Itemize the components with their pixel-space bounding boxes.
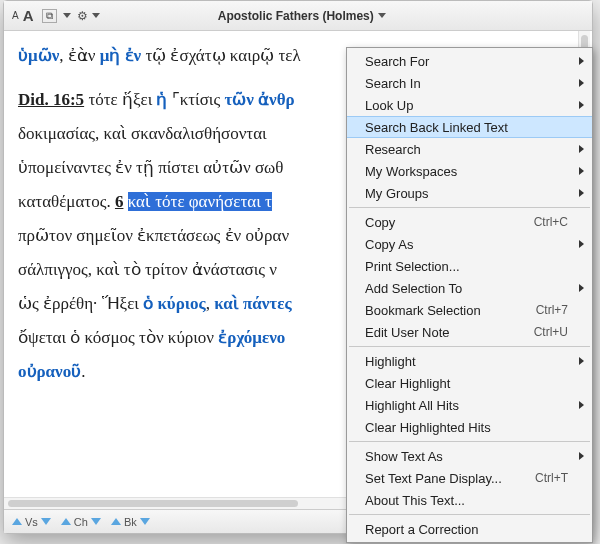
menu-item-label: Show Text As: [365, 449, 443, 464]
submenu-arrow-icon: [579, 452, 584, 460]
menu-item-label: My Groups: [365, 186, 429, 201]
chevron-down-icon: [63, 13, 71, 18]
menu-item[interactable]: Research: [347, 138, 592, 160]
menu-item[interactable]: Edit User NoteCtrl+U: [347, 321, 592, 343]
menu-item[interactable]: Print Selection...: [347, 255, 592, 277]
menu-separator: [349, 441, 590, 442]
menu-item[interactable]: My Groups: [347, 182, 592, 204]
nav-label: Vs: [25, 516, 38, 528]
menu-shortcut: Ctrl+U: [534, 325, 568, 339]
menu-item-label: Add Selection To: [365, 281, 462, 296]
menu-item-label: Bookmark Selection: [365, 303, 481, 318]
gear-icon[interactable]: [77, 9, 88, 23]
menu-item[interactable]: Highlight All Hits: [347, 394, 592, 416]
menu-item[interactable]: My Workspaces: [347, 160, 592, 182]
nav-label: Bk: [124, 516, 137, 528]
next-verse-button[interactable]: [41, 518, 51, 525]
menu-shortcut: Ctrl+T: [535, 471, 568, 485]
next-chapter-button[interactable]: [91, 518, 101, 525]
submenu-arrow-icon: [579, 284, 584, 292]
menu-item-label: About This Text...: [365, 493, 465, 508]
menu-item-label: Search In: [365, 76, 421, 91]
menu-item[interactable]: CopyCtrl+C: [347, 211, 592, 233]
menu-item[interactable]: Clear Highlight: [347, 372, 592, 394]
menu-item-label: Print Selection...: [365, 259, 460, 274]
scrollbar-thumb[interactable]: [8, 500, 298, 507]
menu-item-label: Search Back Linked Text: [365, 120, 508, 135]
menu-item-label: Clear Highlight: [365, 376, 450, 391]
paragraph-options-button[interactable]: ⧉: [42, 9, 57, 23]
submenu-arrow-icon: [579, 167, 584, 175]
chevron-down-icon: [92, 13, 100, 18]
menu-item-label: Report a Correction: [365, 522, 478, 537]
chapter-nav: Ch: [61, 516, 101, 528]
submenu-arrow-icon: [579, 57, 584, 65]
menu-item-label: Copy As: [365, 237, 413, 252]
menu-separator: [349, 514, 590, 515]
menu-item-label: My Workspaces: [365, 164, 457, 179]
context-menu: Search ForSearch InLook UpSearch Back Li…: [346, 47, 593, 543]
menu-separator: [349, 207, 590, 208]
nav-label: Ch: [74, 516, 88, 528]
menu-item[interactable]: Look Up: [347, 94, 592, 116]
menu-item-label: Edit User Note: [365, 325, 450, 340]
menu-item[interactable]: Report a Correction: [347, 518, 592, 540]
submenu-arrow-icon: [579, 401, 584, 409]
menu-item[interactable]: About This Text...: [347, 489, 592, 511]
menu-item[interactable]: Copy As: [347, 233, 592, 255]
verse-reference[interactable]: Did. 16:5: [18, 90, 84, 109]
submenu-arrow-icon: [579, 240, 584, 248]
menu-item[interactable]: Search Back Linked Text: [347, 116, 592, 138]
source-title: Apostolic Fathers (Holmes): [218, 9, 374, 23]
menu-shortcut: Ctrl+C: [534, 215, 568, 229]
menu-item[interactable]: Search In: [347, 72, 592, 94]
next-book-button[interactable]: [140, 518, 150, 525]
menu-item-label: Search For: [365, 54, 429, 69]
menu-item[interactable]: Search For: [347, 50, 592, 72]
chevron-down-icon: [378, 13, 386, 18]
submenu-arrow-icon: [579, 189, 584, 197]
menu-item[interactable]: Show Text As: [347, 445, 592, 467]
menu-item[interactable]: Clear Highlighted Hits: [347, 416, 592, 438]
menu-item-label: Look Up: [365, 98, 413, 113]
menu-separator: [349, 346, 590, 347]
prev-verse-button[interactable]: [12, 518, 22, 525]
menu-item[interactable]: Add Selection To: [347, 277, 592, 299]
book-nav: Bk: [111, 516, 150, 528]
menu-item-label: Copy: [365, 215, 395, 230]
submenu-arrow-icon: [579, 101, 584, 109]
source-title-dropdown[interactable]: Apostolic Fathers (Holmes): [100, 9, 504, 23]
submenu-arrow-icon: [579, 79, 584, 87]
toolbar: A A ⧉ Apostolic Fathers (Holmes): [4, 1, 592, 31]
submenu-arrow-icon: [579, 145, 584, 153]
submenu-arrow-icon: [579, 357, 584, 365]
selected-text[interactable]: καὶ τότε φανήσεται τ: [128, 192, 272, 211]
menu-item-label: Clear Highlighted Hits: [365, 420, 491, 435]
menu-item[interactable]: Bookmark SelectionCtrl+7: [347, 299, 592, 321]
menu-shortcut: Ctrl+7: [536, 303, 568, 317]
menu-item[interactable]: Set Text Pane Display...Ctrl+T: [347, 467, 592, 489]
font-larger-button[interactable]: A: [23, 7, 34, 24]
verse-nav: Vs: [12, 516, 51, 528]
menu-item[interactable]: Highlight: [347, 350, 592, 372]
menu-item-label: Highlight: [365, 354, 416, 369]
font-smaller-button[interactable]: A: [12, 10, 19, 21]
prev-chapter-button[interactable]: [61, 518, 71, 525]
menu-item-label: Research: [365, 142, 421, 157]
prev-book-button[interactable]: [111, 518, 121, 525]
menu-item-label: Highlight All Hits: [365, 398, 459, 413]
menu-item-label: Set Text Pane Display...: [365, 471, 502, 486]
